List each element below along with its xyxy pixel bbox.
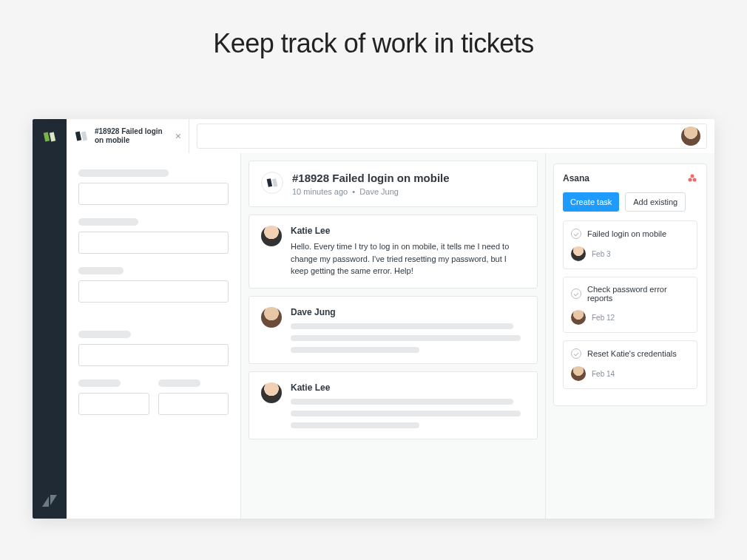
task-name: Reset Katie's credentials bbox=[587, 349, 677, 358]
svg-rect-0 bbox=[44, 132, 50, 142]
ticket-header: #18928 Failed login on mobile 10 minutes… bbox=[249, 161, 538, 207]
message-card: Dave Jung bbox=[249, 296, 538, 364]
svg-rect-4 bbox=[267, 178, 273, 187]
message-skeleton-line bbox=[291, 422, 419, 428]
app-frame: #18928 Failed login on mobile × bbox=[33, 119, 714, 519]
field-group bbox=[78, 169, 229, 205]
conversation-panel: #18928 Failed login on mobile 10 minutes… bbox=[241, 153, 546, 519]
asana-app-title: Asana bbox=[563, 173, 589, 183]
message-card: Katie LeeHello. Every time I try to log … bbox=[249, 215, 538, 289]
task-assignee-avatar bbox=[571, 246, 586, 261]
svg-point-6 bbox=[691, 175, 694, 178]
field-input[interactable] bbox=[78, 232, 229, 254]
zendesk-footer-icon bbox=[42, 495, 57, 507]
field-input[interactable] bbox=[78, 393, 149, 415]
ticket-fields-panel bbox=[67, 153, 241, 519]
message-skeleton-line bbox=[291, 347, 419, 353]
asana-app-card: Asana Create task Add existing Failed lo… bbox=[553, 163, 707, 406]
ticket-tab[interactable]: #18928 Failed login on mobile × bbox=[67, 119, 189, 153]
field-group bbox=[78, 218, 229, 254]
field-group bbox=[78, 267, 229, 303]
search-bar[interactable] bbox=[197, 124, 707, 149]
message-skeleton-line bbox=[291, 335, 521, 341]
message-avatar bbox=[261, 382, 282, 403]
content-area: #18928 Failed login on mobile 10 minutes… bbox=[67, 153, 714, 519]
svg-rect-5 bbox=[272, 178, 278, 187]
field-input[interactable] bbox=[78, 280, 229, 303]
current-user-avatar[interactable] bbox=[681, 126, 700, 146]
ticket-meta: 10 minutes ago • Dave Jung bbox=[292, 187, 450, 196]
ticket-tab-icon bbox=[74, 129, 89, 144]
svg-rect-3 bbox=[81, 132, 87, 141]
page-heading: Keep track of work in tickets bbox=[0, 0, 747, 59]
task-name: Check password error reports bbox=[587, 285, 689, 303]
svg-rect-2 bbox=[75, 132, 81, 141]
message-author: Katie Lee bbox=[291, 382, 525, 393]
task-check-icon[interactable] bbox=[571, 348, 581, 359]
topbar: #18928 Failed login on mobile × bbox=[67, 119, 714, 153]
ticket-title: #18928 Failed login on mobile bbox=[292, 172, 450, 184]
task-due-date: Feb 14 bbox=[592, 370, 615, 378]
svg-point-7 bbox=[689, 178, 692, 182]
message-body: Hello. Every time I try to log in on mob… bbox=[291, 240, 525, 277]
message-author: Katie Lee bbox=[291, 226, 525, 236]
task-due-date: Feb 12 bbox=[592, 314, 615, 322]
sidebar-nav bbox=[33, 119, 67, 519]
task-assignee-avatar bbox=[571, 366, 586, 381]
task-check-icon[interactable] bbox=[571, 229, 581, 239]
field-group bbox=[78, 331, 229, 366]
asana-logo-icon bbox=[687, 173, 697, 183]
apps-panel: Asana Create task Add existing Failed lo… bbox=[546, 153, 714, 519]
svg-point-8 bbox=[693, 178, 697, 182]
task-card[interactable]: Failed login on mobileFeb 3 bbox=[563, 220, 697, 269]
message-skeleton-line bbox=[291, 399, 513, 405]
field-input[interactable] bbox=[78, 183, 229, 205]
field-row bbox=[78, 379, 229, 415]
ticket-tab-title: #18928 Failed login on mobile bbox=[95, 127, 169, 146]
message-avatar bbox=[261, 226, 282, 246]
field-input[interactable] bbox=[158, 393, 229, 415]
task-name: Failed login on mobile bbox=[587, 229, 666, 238]
zendesk-logo-icon bbox=[42, 129, 57, 144]
message-skeleton-line bbox=[291, 323, 513, 329]
task-due-date: Feb 3 bbox=[592, 250, 611, 258]
message-card: Katie Lee bbox=[249, 371, 538, 439]
message-author: Dave Jung bbox=[291, 307, 525, 317]
create-task-button[interactable]: Create task bbox=[563, 192, 619, 212]
task-assignee-avatar bbox=[571, 310, 586, 325]
task-card[interactable]: Reset Katie's credentialsFeb 14 bbox=[563, 340, 697, 389]
close-icon[interactable]: × bbox=[175, 130, 181, 142]
task-check-icon[interactable] bbox=[571, 289, 581, 299]
task-card[interactable]: Check password error reportsFeb 12 bbox=[563, 277, 697, 333]
message-skeleton-line bbox=[291, 411, 521, 416]
ticket-icon bbox=[261, 172, 283, 194]
svg-rect-1 bbox=[50, 132, 55, 142]
add-existing-button[interactable]: Add existing bbox=[625, 192, 686, 212]
message-avatar bbox=[261, 307, 282, 328]
field-input[interactable] bbox=[78, 344, 229, 366]
